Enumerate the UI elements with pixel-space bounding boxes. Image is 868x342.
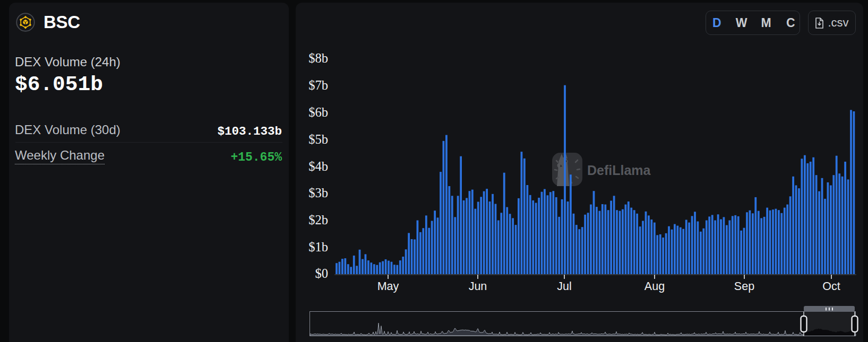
svg-text:$3b: $3b bbox=[308, 186, 328, 200]
svg-text:$6b: $6b bbox=[308, 105, 328, 119]
svg-text:May: May bbox=[377, 280, 399, 293]
svg-text:$2b: $2b bbox=[308, 213, 328, 227]
svg-text:Jul: Jul bbox=[557, 280, 571, 293]
svg-text:Sep: Sep bbox=[734, 280, 754, 293]
svg-text:$5b: $5b bbox=[308, 132, 328, 146]
svg-text:Oct: Oct bbox=[822, 280, 840, 293]
svg-text:Aug: Aug bbox=[644, 280, 665, 293]
svg-text:DefiLlama: DefiLlama bbox=[587, 163, 651, 178]
svg-text:$0: $0 bbox=[315, 266, 329, 280]
svg-text:$1b: $1b bbox=[308, 240, 328, 254]
svg-text:$4b: $4b bbox=[308, 159, 328, 173]
svg-text:$7b: $7b bbox=[308, 78, 328, 92]
svg-text:Jun: Jun bbox=[469, 280, 487, 293]
svg-text:$8b: $8b bbox=[308, 51, 328, 65]
